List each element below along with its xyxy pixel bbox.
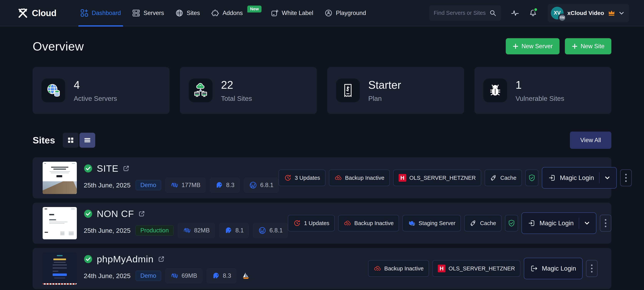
wordpress-icon bbox=[258, 226, 266, 234]
new-server-button[interactable]: New Server bbox=[506, 38, 560, 54]
updates-label: 3 Updates bbox=[295, 175, 320, 181]
nav-item-playground[interactable]: Playground bbox=[319, 0, 372, 26]
php-version-chip: 8.1 bbox=[219, 223, 249, 238]
environment-badge: Production bbox=[136, 225, 174, 236]
disk-usage-value: 82MB bbox=[194, 227, 210, 234]
stat-card-active-servers: 4 Active Servers bbox=[33, 67, 170, 114]
notification-dot bbox=[534, 8, 538, 12]
stats-row: 4 Active Servers bbox=[33, 67, 611, 114]
grid-icon bbox=[68, 137, 74, 144]
cache-chip[interactable]: Cache bbox=[464, 215, 502, 232]
brand-logo[interactable]: Cloud bbox=[16, 6, 56, 20]
magic-login-button[interactable]: Magic Login bbox=[542, 167, 617, 188]
disk-usage-chip: 82MB bbox=[178, 223, 215, 238]
wordpress-icon bbox=[249, 181, 257, 189]
nav-item-white-label[interactable]: White Label bbox=[265, 0, 319, 26]
site-row: NON CF 25th June, 2025 Production bbox=[33, 202, 611, 244]
security-shield-chip[interactable] bbox=[525, 170, 538, 186]
site-date: 25th June, 2025 bbox=[84, 227, 130, 234]
servers-icon bbox=[132, 9, 140, 17]
new-site-button[interactable]: New Site bbox=[565, 38, 611, 54]
activity-button[interactable] bbox=[511, 9, 519, 17]
site-thumbnail[interactable] bbox=[43, 252, 77, 284]
stat-card-plan: Starter Plan bbox=[327, 67, 464, 114]
database-sync-icon bbox=[170, 272, 178, 280]
main-content: Overview New Server New Site bbox=[0, 38, 644, 289]
phpmyadmin-logo-icon bbox=[242, 271, 250, 280]
divider bbox=[599, 172, 600, 184]
chevron-down-icon[interactable] bbox=[604, 175, 610, 181]
puzzle-icon bbox=[212, 9, 219, 17]
activity-icon bbox=[511, 9, 519, 17]
white-label-icon bbox=[271, 9, 278, 17]
external-link-icon[interactable] bbox=[123, 165, 130, 172]
server-label: OLS_SERVER_HETZNER bbox=[409, 175, 476, 181]
external-link-icon[interactable] bbox=[158, 256, 165, 262]
site-name[interactable]: SITE bbox=[97, 163, 118, 174]
search-box[interactable] bbox=[429, 5, 501, 21]
site-date: 25th June, 2025 bbox=[84, 182, 130, 189]
site-thumbnail[interactable] bbox=[43, 162, 77, 194]
site-thumbnail[interactable] bbox=[43, 207, 77, 239]
security-shield-chip[interactable] bbox=[505, 215, 518, 232]
site-name[interactable]: NON CF bbox=[97, 208, 134, 219]
staging-cloud-icon bbox=[408, 219, 416, 227]
backup-label: Backup Inactive bbox=[384, 266, 424, 272]
cache-chip[interactable]: Cache bbox=[485, 170, 522, 186]
shield-check-icon bbox=[528, 174, 536, 182]
account-menu[interactable]: XV RM xCloud Video bbox=[548, 4, 629, 22]
magic-login-button[interactable]: Magic Login bbox=[522, 212, 596, 234]
site-status-icon bbox=[84, 164, 92, 173]
grid-view-button[interactable] bbox=[63, 133, 78, 148]
wordpress-version-value: 6.8.1 bbox=[260, 182, 274, 188]
row-menu-button[interactable] bbox=[600, 215, 611, 232]
notifications-button[interactable] bbox=[529, 9, 537, 17]
sites-list: SITE 25th June, 2025 Demo bbox=[33, 157, 611, 289]
globe-icon bbox=[176, 9, 183, 17]
list-view-button[interactable] bbox=[80, 133, 95, 148]
nav-item-addons[interactable]: Addons bbox=[206, 0, 248, 26]
nav-label: Sites bbox=[187, 10, 200, 16]
magic-login-button[interactable]: Magic Login bbox=[524, 258, 582, 279]
stat-value: 4 bbox=[74, 78, 117, 91]
nav-item-servers[interactable]: Servers bbox=[126, 0, 170, 26]
php-icon bbox=[224, 226, 232, 234]
environment-badge: Demo bbox=[136, 180, 161, 190]
cache-label: Cache bbox=[480, 220, 496, 226]
backup-label: Backup Inactive bbox=[354, 220, 394, 226]
row-menu-button[interactable] bbox=[586, 260, 598, 277]
search-icon[interactable] bbox=[490, 10, 496, 16]
site-row: SITE 25th June, 2025 Demo bbox=[33, 157, 611, 198]
list-icon bbox=[84, 137, 91, 144]
magic-login-label: Magic Login bbox=[542, 265, 576, 272]
updates-chip[interactable]: 1 Updates bbox=[288, 215, 335, 232]
hetzner-icon: H bbox=[438, 265, 446, 272]
nav-item-dashboard[interactable]: Dashboard bbox=[75, 0, 127, 26]
server-chip[interactable]: H OLS_SERVER_HETZNER bbox=[393, 170, 481, 186]
stat-value: 1 bbox=[516, 78, 564, 91]
search-input[interactable] bbox=[434, 10, 486, 16]
stat-label: Plan bbox=[368, 95, 401, 102]
team-badge: RM bbox=[558, 14, 566, 22]
view-all-button[interactable]: View All bbox=[570, 132, 611, 149]
top-nav: Cloud Dashboard bbox=[0, 0, 644, 26]
backup-chip[interactable]: Backup Inactive bbox=[338, 215, 399, 232]
site-name[interactable]: phpMyAdmin bbox=[97, 254, 154, 264]
plus-icon bbox=[513, 44, 518, 49]
nav-label: Addons bbox=[222, 10, 243, 16]
view-toggle bbox=[63, 133, 95, 148]
divider bbox=[579, 218, 579, 229]
chevron-down-icon[interactable] bbox=[584, 220, 590, 226]
updates-chip[interactable]: 3 Updates bbox=[278, 170, 326, 186]
nav-label: White Label bbox=[282, 10, 313, 16]
external-link-icon[interactable] bbox=[138, 210, 145, 217]
row-menu-button[interactable] bbox=[620, 170, 632, 186]
nav-item-sites[interactable]: Sites bbox=[170, 0, 206, 26]
server-chip[interactable]: H OLS_SERVER_HETZNER bbox=[432, 260, 520, 277]
backup-chip[interactable]: Backup Inactive bbox=[368, 260, 429, 277]
stat-label: Total Sites bbox=[221, 95, 252, 102]
addons-new-badge: New bbox=[247, 6, 261, 12]
cache-label: Cache bbox=[500, 175, 516, 181]
backup-chip[interactable]: Backup Inactive bbox=[329, 170, 390, 186]
server-chip[interactable]: Staging Server bbox=[402, 215, 461, 232]
